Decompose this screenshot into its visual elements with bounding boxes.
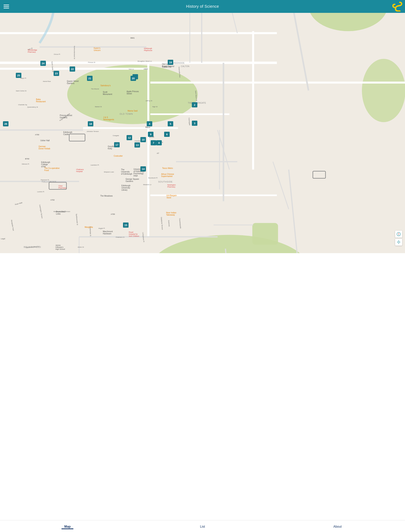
road-label-b700: B700	[25, 158, 29, 160]
marker-6[interactable]: 6	[164, 132, 170, 137]
street-the-mound: The Mound	[91, 88, 99, 90]
street-argyle: Argyle Pl	[99, 228, 105, 229]
street-lauderdale: Lauderdale St	[89, 226, 92, 236]
area-southside: SOUTHSIDE	[158, 181, 173, 183]
area-greenside: GREENSIDE	[172, 62, 184, 64]
street-colme: Saint Colme St	[16, 90, 26, 92]
street-queensferry: Queensferry St	[27, 106, 38, 108]
marker-22[interactable]: 22	[70, 67, 75, 72]
street-broughton: Broughton Street Ln	[138, 60, 152, 62]
street-simpson: Simpson Loan	[104, 171, 114, 173]
street-buccleuch: Buccleuch Pl	[148, 177, 157, 179]
page-title: History of Science	[186, 4, 202, 9]
marker-14[interactable]: 14	[140, 166, 146, 171]
street-circus: Circus Pl	[54, 54, 60, 55]
road-label-b901: B901	[130, 37, 135, 39]
marker-7[interactable]: 7	[151, 140, 156, 145]
area-old-town: OLD TOWN	[120, 113, 133, 115]
area-bruntsfield: BRUNTSFIELD	[24, 246, 41, 248]
marker-17[interactable]: 17	[114, 142, 120, 147]
marker-8[interactable]: 8	[156, 140, 162, 145]
road-label-a700-w: A700	[35, 134, 39, 136]
street-charlotte: Charlotte Sq	[18, 104, 27, 106]
street-lauriston: Lauriston Pl	[91, 164, 99, 166]
street-market: Market St	[95, 106, 102, 108]
street-heriot: Heriot Row	[43, 81, 51, 82]
hamburger-menu[interactable]	[4, 5, 9, 8]
app-header: History of Science	[0, 0, 202, 13]
marker-13[interactable]: 13	[135, 142, 140, 148]
marker-21[interactable]: 21	[87, 76, 93, 81]
marker-3[interactable]: 3	[192, 121, 197, 126]
street-warrender: Warrender Park Terrace	[53, 211, 70, 212]
street-chalmers: Chalmers Cr	[116, 236, 125, 238]
street-north: Northumberland St	[74, 46, 75, 59]
street-gilmore: Gilmore Pl	[22, 163, 29, 165]
marker-26[interactable]: 26	[3, 121, 8, 126]
street-cowgate: Cowgate	[113, 135, 119, 136]
marker-24[interactable]: 24	[40, 61, 46, 66]
area-tollcross: TOLLCROSS	[41, 181, 56, 183]
marker-15[interactable]: 15	[123, 222, 128, 228]
street-lochrin: Lochrin Pl	[37, 191, 44, 193]
marker-5[interactable]: 5	[168, 121, 173, 126]
area-calton: CALTON	[181, 65, 189, 67]
street-high: High St	[152, 106, 157, 108]
marker-23[interactable]: 23	[54, 71, 59, 76]
street-johnston: Johnston Terrace	[87, 130, 99, 132]
marker-12[interactable]: 12	[127, 135, 132, 140]
road-label-a7: A7	[157, 152, 159, 154]
marker-25[interactable]: 25	[16, 73, 21, 78]
marker-9[interactable]: 9	[148, 132, 154, 137]
svg-point-1	[67, 65, 198, 124]
street-york: York Ln	[128, 68, 134, 70]
road-label-a702: A702	[50, 199, 54, 201]
marker-4[interactable]: 4	[147, 121, 152, 126]
legal-text: Legal	[1, 238, 5, 240]
marker-20[interactable]: 20	[130, 76, 136, 81]
map-container[interactable]: B901 A900 A700 B700 A702 A700 A7 Kerr St…	[0, 13, 202, 253]
street-ardon: Ardon St	[78, 246, 84, 248]
road-label-a900: A900	[144, 68, 148, 70]
street-jeffrey: Jeffrey St	[146, 100, 152, 102]
street-meadow: Meadow Ln	[143, 184, 151, 186]
road-label-a700-s: A700	[111, 213, 115, 215]
street-princes: Princes St	[88, 61, 95, 63]
marker-2[interactable]: 2	[192, 102, 197, 108]
marker-19[interactable]: 19	[168, 60, 173, 65]
marker-10[interactable]: 10	[140, 137, 146, 142]
marker-18[interactable]: 18	[88, 121, 93, 126]
